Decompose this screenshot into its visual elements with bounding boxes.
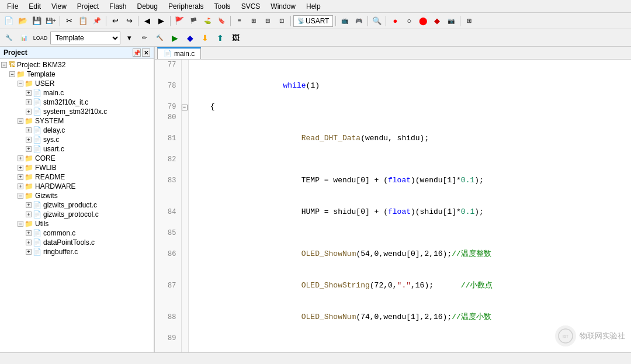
main-c-icon: 📄 [33, 89, 41, 97]
expand-datapoint[interactable]: + [26, 240, 32, 245]
tree-item-project[interactable]: − 🏗 Project: BKM32 [0, 60, 154, 70]
new-btn[interactable]: 📄 [2, 15, 15, 27]
paste-btn[interactable]: 📌 [91, 15, 103, 27]
menu-item-peripherals[interactable]: Peripherals [164, 1, 209, 12]
expand-common[interactable]: + [26, 230, 32, 236]
tb2-btn2[interactable]: 📊 [18, 32, 30, 44]
flag3-btn[interactable]: ⛳ [201, 15, 214, 27]
tb2-btn5[interactable]: 🔨 [153, 32, 166, 44]
expand-utils[interactable]: − [18, 221, 23, 227]
tree-item-ring[interactable]: + 📄 ringbuffer.c [0, 247, 154, 256]
copy-btn[interactable]: 📋 [77, 15, 89, 27]
flag4-btn[interactable]: 🔖 [215, 15, 228, 27]
flag2-btn[interactable]: 🏴 [187, 15, 200, 27]
tree-item-usart[interactable]: + 📄 usart.c [0, 144, 154, 154]
tree-item-delay[interactable]: + 📄 delay.c [0, 126, 154, 135]
tree-item-stm32[interactable]: + 📄 stm32f10x_it.c [0, 98, 154, 107]
expand-system[interactable]: + [26, 109, 32, 115]
menu-item-flash[interactable]: Flash [105, 1, 131, 12]
expand-gizwits-protocol[interactable]: + [26, 212, 32, 217]
expand-delay[interactable]: + [26, 127, 32, 133]
expand-user[interactable]: − [18, 81, 23, 86]
menu-item-edit[interactable]: Edit [24, 1, 46, 12]
menu-item-help[interactable]: Help [301, 1, 325, 12]
expand-sysgrp[interactable]: − [18, 118, 23, 124]
expand-ring[interactable]: + [26, 249, 32, 255]
menu-item-project[interactable]: Project [72, 1, 103, 12]
flag-btn[interactable]: 🚩 [173, 15, 186, 27]
fold-marker[interactable]: − [182, 105, 188, 110]
expand-main-c[interactable]: + [26, 90, 32, 96]
tree-item-utils[interactable]: − 📁 Utils [0, 219, 154, 228]
align3-btn[interactable]: ⊟ [261, 15, 274, 27]
usart-combo[interactable]: 📡 USART [293, 15, 333, 27]
grid-btn[interactable]: ⊞ [463, 15, 476, 27]
open-btn[interactable]: 📂 [16, 15, 29, 27]
expand-project[interactable]: − [1, 62, 7, 68]
panel-close[interactable]: ✕ [142, 48, 150, 57]
tree-item-gizwits-protocol[interactable]: + 📄 gizwits_protocol.c [0, 210, 154, 219]
cut-btn[interactable]: ✂ [63, 15, 75, 27]
tree-item-gizwits[interactable]: − 📁 Gizwits [0, 191, 154, 200]
tree-item-gizwits-product[interactable]: + 📄 gizwits_product.c [0, 200, 154, 210]
save-all-btn[interactable]: 💾+ [44, 15, 57, 27]
tree-item-datapoint[interactable]: + 📄 dataPointTools.c [0, 238, 154, 247]
tree-item-sys[interactable]: + 📄 sys.c [0, 135, 154, 144]
upload-btn[interactable]: ⬆ [214, 32, 227, 44]
menu-item-debug[interactable]: Debug [133, 1, 162, 12]
circle1[interactable]: ○ [403, 15, 415, 27]
search-btn[interactable]: 🔍 [370, 15, 383, 27]
expand-usart[interactable]: + [26, 146, 32, 152]
expand-fwlib[interactable]: + [18, 165, 23, 171]
tb2-btn4[interactable]: ✏ [138, 32, 151, 44]
menu-item-svcs[interactable]: SVCS [237, 1, 265, 12]
tab-main-c[interactable]: 📄 main.c [157, 47, 201, 59]
expand-gizwits-product[interactable]: + [26, 202, 32, 208]
red-circle[interactable]: ● [389, 15, 401, 27]
tree-item-system[interactable]: + 📄 system_stm32f10x.c [0, 107, 154, 116]
red3[interactable]: ◆ [431, 15, 443, 27]
expand-readme[interactable]: + [18, 174, 23, 180]
tree-item-common[interactable]: + 📄 common.c [0, 228, 154, 238]
tree-item-readme[interactable]: + 📁 README [0, 172, 154, 182]
extra2-btn[interactable]: 🎮 [352, 15, 365, 27]
align-btn[interactable]: ≡ [233, 15, 246, 27]
expand-core[interactable]: + [18, 155, 23, 161]
diamond-btn[interactable]: ◆ [183, 32, 196, 44]
panel-pin[interactable]: 📌 [133, 48, 141, 57]
nav-fwd-btn[interactable]: ▶ [155, 15, 168, 27]
tree-item-hardware[interactable]: + 📁 HARDWARE [0, 182, 154, 191]
template-combo[interactable]: Template [50, 32, 120, 44]
align2-btn[interactable]: ⊞ [247, 15, 260, 27]
menu-item-view[interactable]: View [47, 1, 71, 12]
tree-item-core[interactable]: + 📁 CORE [0, 154, 154, 163]
extra3-btn[interactable]: 📷 [445, 15, 457, 27]
extra1-btn[interactable]: 📺 [338, 15, 351, 27]
undo-btn[interactable]: ↩ [109, 15, 122, 27]
tree-item-fwlib[interactable]: + 📁 FWLIB [0, 163, 154, 172]
expand-gizwits[interactable]: − [18, 193, 23, 199]
redo-btn[interactable]: ↪ [123, 15, 136, 27]
expand-sys[interactable]: + [26, 137, 32, 143]
menu-item-window[interactable]: Window [266, 1, 300, 12]
menu-item-tools[interactable]: Tools [210, 1, 235, 12]
code-content[interactable]: 77 78 while(1) [155, 60, 631, 352]
red2[interactable]: ⬤ [417, 15, 429, 27]
tb2-btn1[interactable]: 🔧 [2, 32, 15, 44]
menu-item-file[interactable]: File [2, 1, 23, 12]
expand-template[interactable]: − [9, 71, 15, 77]
download-btn[interactable]: ⬇ [199, 32, 212, 44]
save-btn[interactable]: 💾 [30, 15, 43, 27]
tree-item-template[interactable]: − 📁 Template [0, 70, 154, 79]
tree-item-main-c[interactable]: + 📄 main.c [0, 88, 154, 98]
tb2-btn3[interactable]: LOAD [33, 32, 48, 44]
nav-back-btn[interactable]: ◀ [141, 15, 154, 27]
align4-btn[interactable]: ⊡ [275, 15, 288, 27]
green-arrow[interactable]: ▶ [168, 32, 181, 44]
dropdown-arrow[interactable]: ▾ [123, 32, 136, 44]
expand-hardware[interactable]: + [18, 183, 23, 189]
expand-stm32[interactable]: + [26, 99, 32, 105]
tree-item-sysgrp[interactable]: − 📁 SYSTEM [0, 116, 154, 126]
image-btn[interactable]: 🖼 [229, 32, 242, 44]
tree-item-user[interactable]: − 📁 USER [0, 79, 154, 88]
